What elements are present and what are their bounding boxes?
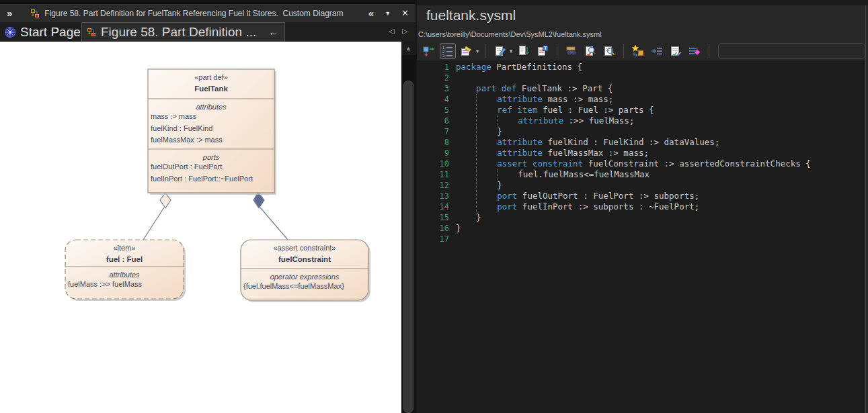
diagram-icon <box>87 28 96 37</box>
diagram-title-text: Figure 58. Part Definition for FuelTank … <box>44 9 368 18</box>
box-stereotype: «item» <box>113 244 135 252</box>
code-line[interactable]: 3 part def FuelTank :> Part { <box>417 83 865 94</box>
line-number: 7 <box>417 126 456 137</box>
dropdown-caret-icon[interactable]: ▾ <box>476 48 479 54</box>
compartment-item: {fuel.fuelMass<=fuelMassMax} <box>243 282 344 290</box>
code-line[interactable]: 17 <box>417 234 865 244</box>
autocomplete-icon[interactable] <box>630 43 646 59</box>
stereotype-list-icon[interactable] <box>459 43 475 59</box>
code-text: attribute :>> fuelMass; <box>456 116 634 126</box>
code-text: attribute fuelKind : FuelKind :> dataVal… <box>456 137 719 148</box>
shared-aggregation-connector[interactable] <box>143 193 171 240</box>
tab-scroll-left-button[interactable]: ◁ <box>389 27 394 36</box>
diagram-vertical-scrollbar[interactable]: ▲ <box>401 42 416 413</box>
line-number: 6 <box>417 116 456 126</box>
code-line[interactable]: 1package PartDefinitions { <box>417 62 865 73</box>
editor-top-strip <box>417 0 868 5</box>
compartment-label: ports <box>202 153 220 161</box>
dock-chevron-icon[interactable]: » <box>7 7 12 19</box>
compartment-item: fuelKind : FuelKind <box>151 124 212 132</box>
code-line[interactable]: 13 port fuelOutPort : FuelPort :> subpor… <box>417 191 865 201</box>
code-line[interactable]: 9 attribute fuelMassMax :> mass; <box>417 148 865 158</box>
diagram-title-bar: » Figure 58. Part Definition for FuelTan… <box>0 4 416 22</box>
code-line[interactable]: 14 port fuelInPort :> subports : ~FuelPo… <box>417 201 865 212</box>
line-number: 10 <box>417 158 456 169</box>
code-line[interactable]: 6 attribute :>> fuelMass; <box>417 116 865 126</box>
compartment-item: mass :> mass <box>151 112 197 120</box>
hollow-diamond-icon <box>160 193 171 208</box>
code-line[interactable]: 2 <box>417 73 865 83</box>
tab-figure-58-label: Figure 58. Part Definition ... <box>101 25 264 40</box>
box-name: FuelTank <box>194 85 228 93</box>
toolbar-separator <box>709 44 709 58</box>
tab-figure-58[interactable]: Figure 58. Part Definition ... ← <box>81 22 285 42</box>
diagram-icon <box>31 9 40 18</box>
tab-scroll-right-button[interactable]: ▷ <box>402 27 407 36</box>
diagram-box-fueltank[interactable]: «part def»FuelTankattributesmass :> mass… <box>148 69 276 195</box>
box-name: fuelConstraint <box>278 255 331 263</box>
scrollbar-thumb[interactable] <box>403 81 413 413</box>
code-line[interactable]: 4 attribute mass :> mass; <box>417 94 865 105</box>
compartment-label: attributes <box>196 103 227 111</box>
compartment-label: operator expressions <box>270 273 340 281</box>
format-document-icon[interactable] <box>668 43 684 59</box>
highlight-document-icon[interactable] <box>686 43 703 59</box>
code-text: attribute mass :> mass; <box>456 94 613 105</box>
line-number: 8 <box>417 137 456 148</box>
svg-text:3: 3 <box>442 54 445 58</box>
line-number: 5 <box>417 105 456 116</box>
search-document-icon[interactable] <box>601 43 617 59</box>
line-number: 15 <box>417 212 456 223</box>
code-editor-pane: fueltank.sysml C:\users\toreilly\Documen… <box>417 0 868 413</box>
editor-right-edge <box>865 5 866 413</box>
compartment-item: fuelMassMax :> mass <box>151 136 223 144</box>
code-line[interactable]: 11 fuel.fuelMass<=fuelMassMax <box>417 169 865 180</box>
find-in-files-icon[interactable] <box>563 43 580 59</box>
code-text: } <box>456 223 461 234</box>
scrollbar-up-arrow[interactable]: ▲ <box>401 42 416 55</box>
diagram-box-fuelconstraint[interactable]: «assert constraint»fuelConstraintoperato… <box>241 240 370 302</box>
box-name: fuel : Fuel <box>106 255 143 263</box>
compartment-label: attributes <box>109 271 140 279</box>
diagram-canvas[interactable]: «part def»FuelTankattributesmass :> mass… <box>0 42 401 413</box>
code-editor[interactable]: 1package PartDefinitions {23 part def Fu… <box>417 60 865 413</box>
tab-back-icon[interactable]: ← <box>268 26 279 38</box>
line-number: 16 <box>417 223 456 234</box>
svg-text:T: T <box>544 46 547 50</box>
code-line[interactable]: 5 ref item fuel : Fuel :> parts { <box>417 105 865 116</box>
code-line[interactable]: 16} <box>417 223 865 234</box>
tab-start-page-label: Start Page <box>20 25 81 40</box>
indent-icon[interactable] <box>649 43 665 59</box>
code-text: } <box>456 180 502 191</box>
line-numbers-icon[interactable]: 123 <box>440 43 456 59</box>
code-text: part def FuelTank :> Part { <box>456 83 613 94</box>
find-replace-icon[interactable] <box>582 43 598 59</box>
collapse-pane-button[interactable]: « <box>368 7 374 19</box>
application-window: » Figure 58. Part Definition for FuelTan… <box>0 0 868 413</box>
code-line[interactable]: 7 } <box>417 126 865 137</box>
code-line[interactable]: 12 } <box>417 180 865 191</box>
line-number: 9 <box>417 148 456 158</box>
model-transform-icon[interactable] <box>421 43 437 59</box>
code-line[interactable]: 8 attribute fuelKind : FuelKind :> dataV… <box>417 137 865 148</box>
code-line[interactable]: 15 } <box>417 212 865 223</box>
line-number: 4 <box>417 94 456 105</box>
diagram-drawing: «part def»FuelTankattributesmass :> mass… <box>0 42 401 413</box>
close-pane-button[interactable]: ✕ <box>401 8 409 18</box>
dropdown-caret-icon[interactable]: ▾ <box>510 48 512 54</box>
template-document-icon[interactable]: T <box>535 43 551 59</box>
box-stereotype: «assert constraint» <box>274 244 336 252</box>
start-page-icon <box>4 26 16 38</box>
compartment-item: fuelInPort : FuelPort::~FuelPort <box>151 175 253 183</box>
pane-menu-button[interactable]: ▼ <box>385 10 391 17</box>
toolbar-separator <box>557 44 557 58</box>
composite-aggregation-connector[interactable] <box>253 192 288 240</box>
file-title: fueltank.sysml <box>426 7 516 24</box>
line-number: 3 <box>417 83 456 94</box>
code-line[interactable]: 10 assert constraint fuelConstraint :> a… <box>417 158 865 169</box>
line-number: 12 <box>417 180 456 191</box>
tab-start-page[interactable]: Start Page <box>0 22 87 42</box>
import-document-icon[interactable] <box>516 43 532 59</box>
diagram-box-fuel[interactable]: «item»fuel : FuelattributesfuelMass :>> … <box>65 240 186 301</box>
edit-script-icon[interactable] <box>492 43 508 59</box>
